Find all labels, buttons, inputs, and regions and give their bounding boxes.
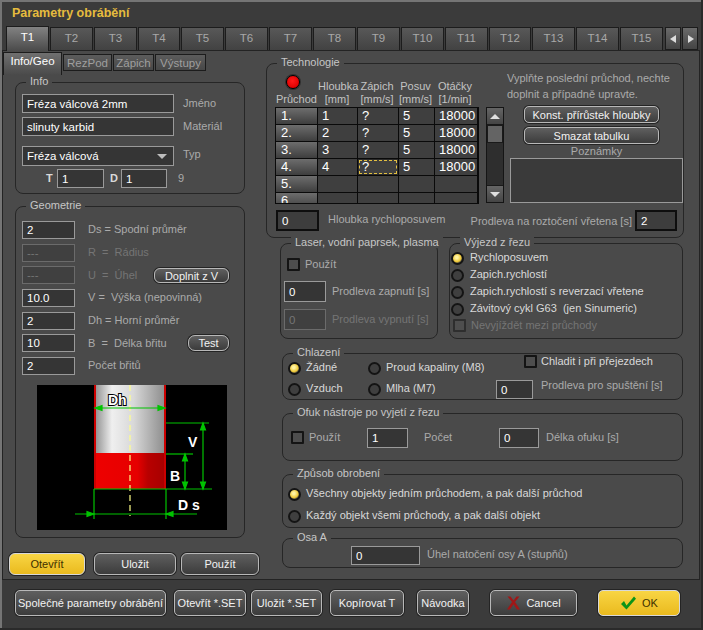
svg-text:B: B: [170, 468, 180, 484]
svg-text:V: V: [188, 434, 198, 450]
svg-text:D s: D s: [178, 497, 200, 513]
svg-text:Dh: Dh: [108, 392, 127, 408]
